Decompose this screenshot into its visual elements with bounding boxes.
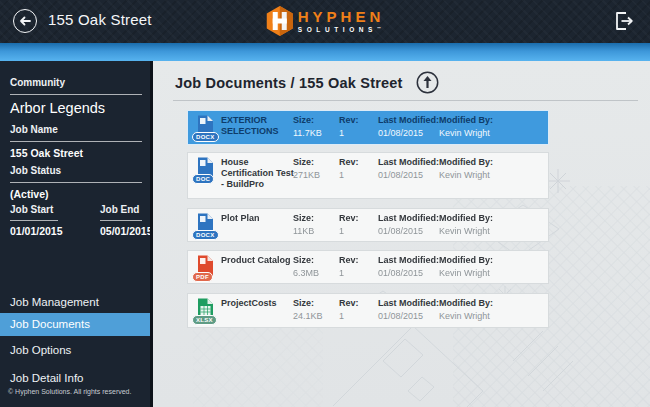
rev-value: 1	[339, 226, 359, 237]
separator-line	[100, 220, 142, 221]
document-name: ProjectCosts	[221, 298, 295, 309]
document-row-exterior-selections[interactable]: DOCX EXTERIOR SELECTIONS Size: 11.7KB Re…	[187, 110, 549, 145]
last-modified-cell: Last Modified: 01/08/2015	[378, 157, 439, 181]
last-modified-value: 01/08/2015	[378, 311, 439, 322]
last-modified-label: Last Modified:	[378, 298, 439, 309]
job-start-value: 01/01/2015	[10, 225, 63, 237]
last-modified-value: 01/08/2015	[378, 170, 439, 181]
copyright-text: © Hyphen Solutions. All rights reserved.	[8, 388, 131, 395]
modified-by-label: Modified By:	[439, 115, 493, 126]
rev-cell: Rev: 1	[339, 115, 359, 139]
separator-line	[10, 141, 142, 142]
sidebar-item-job-detail-info[interactable]: Job Detail Info	[0, 367, 150, 390]
separator-line	[10, 94, 142, 95]
sidebar-item-job-options[interactable]: Job Options	[0, 339, 150, 362]
trademark-symbol: ™	[377, 26, 381, 31]
size-value: 24.1KB	[293, 311, 323, 322]
rev-label: Rev:	[339, 298, 359, 309]
logout-button[interactable]	[612, 9, 636, 33]
job-name-value: 155 Oak Street	[10, 147, 140, 159]
last-modified-value: 01/08/2015	[378, 268, 439, 279]
logo-brand-text: HYPHEN	[298, 9, 385, 24]
file-type-badge: DOC	[192, 174, 214, 184]
sidebar-item-job-documents[interactable]: Job Documents	[0, 313, 150, 336]
breadcrumb: Job Documents / 155 Oak Street	[175, 75, 403, 91]
size-cell: Size: 271KB	[293, 157, 320, 181]
document-row-product-catalog[interactable]: PDF Product Catalog Size: 6.3MB Rev: 1 L…	[187, 250, 549, 284]
page-title: 155 Oak Street	[48, 11, 152, 28]
size-value: 11KB	[293, 226, 314, 237]
last-modified-label: Last Modified:	[378, 157, 439, 168]
up-arrow-icon	[416, 71, 439, 94]
doc-file-icon: DOC	[194, 157, 218, 184]
rev-cell: Rev: 1	[339, 213, 359, 237]
rev-cell: Rev: 1	[339, 157, 359, 181]
scroll-to-top-button[interactable]	[416, 71, 439, 94]
document-name: Product Catalog	[221, 255, 295, 266]
size-label: Size:	[293, 298, 323, 309]
modified-by-value: Kevin Wright	[439, 226, 493, 237]
modified-by-value: Kevin Wright	[439, 311, 493, 322]
size-value: 11.7KB	[293, 128, 322, 139]
size-value: 271KB	[293, 170, 320, 181]
size-label: Size:	[293, 115, 322, 126]
docx-file-icon: DOCX	[194, 115, 218, 142]
rev-label: Rev:	[339, 213, 359, 224]
size-label: Size:	[293, 213, 314, 224]
document-row-projectcosts[interactable]: XLSX ProjectCosts Size: 24.1KB Rev: 1 La…	[187, 293, 549, 328]
logout-icon	[612, 9, 636, 33]
back-arrow-icon	[18, 14, 32, 28]
size-label: Size:	[293, 157, 320, 168]
back-button[interactable]	[13, 9, 37, 33]
rev-cell: Rev: 1	[339, 255, 359, 279]
file-type-badge: PDF	[192, 272, 213, 282]
modified-by-value: Kevin Wright	[439, 170, 493, 181]
hyphen-hexagon-icon	[266, 5, 294, 37]
title-separator	[173, 100, 638, 101]
accent-bar	[0, 43, 650, 61]
modified-by-label: Modified By:	[439, 298, 493, 309]
community-name: Arbor Legends	[10, 100, 140, 116]
modified-by-label: Modified By:	[439, 157, 493, 168]
rev-value: 1	[339, 170, 359, 181]
rev-cell: Rev: 1	[339, 298, 359, 322]
top-bar: 155 Oak Street HYPHEN SOLUTIONS™	[0, 0, 650, 43]
job-status-label: Job Status	[10, 165, 140, 176]
document-row-house-certification-test[interactable]: DOC House Certification Test - BuildPro …	[187, 152, 549, 199]
last-modified-label: Last Modified:	[378, 213, 439, 224]
file-type-badge: DOCX	[192, 230, 219, 240]
job-name-label: Job Name	[10, 124, 140, 135]
rev-label: Rev:	[339, 115, 359, 126]
job-end-value: 05/01/2015	[100, 225, 153, 237]
modified-by-value: Kevin Wright	[439, 128, 493, 139]
job-start-label: Job Start	[10, 204, 53, 215]
file-type-badge: XLSX	[192, 315, 217, 325]
community-label: Community	[10, 77, 140, 88]
modified-by-cell: Modified By: Kevin Wright	[439, 115, 493, 139]
pdf-file-icon: PDF	[194, 255, 218, 282]
sidebar-item-job-management[interactable]: Job Management	[0, 291, 150, 314]
document-name: House Certification Test - BuildPro	[221, 157, 295, 190]
last-modified-label: Last Modified:	[378, 255, 439, 266]
modified-by-label: Modified By:	[439, 255, 493, 266]
size-value: 6.3MB	[293, 268, 319, 279]
modified-by-cell: Modified By: Kevin Wright	[439, 213, 493, 237]
logo-sub-word: SOLUTIONS	[298, 26, 377, 33]
size-cell: Size: 24.1KB	[293, 298, 323, 322]
size-label: Size:	[293, 255, 319, 266]
modified-by-cell: Modified By: Kevin Wright	[439, 157, 493, 181]
xlsx-file-icon: XLSX	[194, 298, 218, 325]
modified-by-cell: Modified By: Kevin Wright	[439, 255, 493, 279]
size-cell: Size: 11.7KB	[293, 115, 322, 139]
document-name: EXTERIOR SELECTIONS	[221, 115, 295, 137]
logo-wordmark: HYPHEN SOLUTIONS™	[298, 9, 385, 34]
document-row-plot-plan[interactable]: DOCX Plot Plan Size: 11KB Rev: 1 Last Mo…	[187, 208, 549, 242]
job-status-value: (Active)	[10, 188, 140, 200]
sidebar: Community Arbor Legends Job Name 155 Oak…	[0, 61, 150, 407]
modified-by-value: Kevin Wright	[439, 268, 493, 279]
rev-value: 1	[339, 311, 359, 322]
size-cell: Size: 6.3MB	[293, 255, 319, 279]
file-type-badge: DOCX	[192, 132, 219, 142]
content-area: Job Documents / 155 Oak Street DOCX	[153, 61, 650, 407]
last-modified-value: 01/08/2015	[378, 128, 439, 139]
